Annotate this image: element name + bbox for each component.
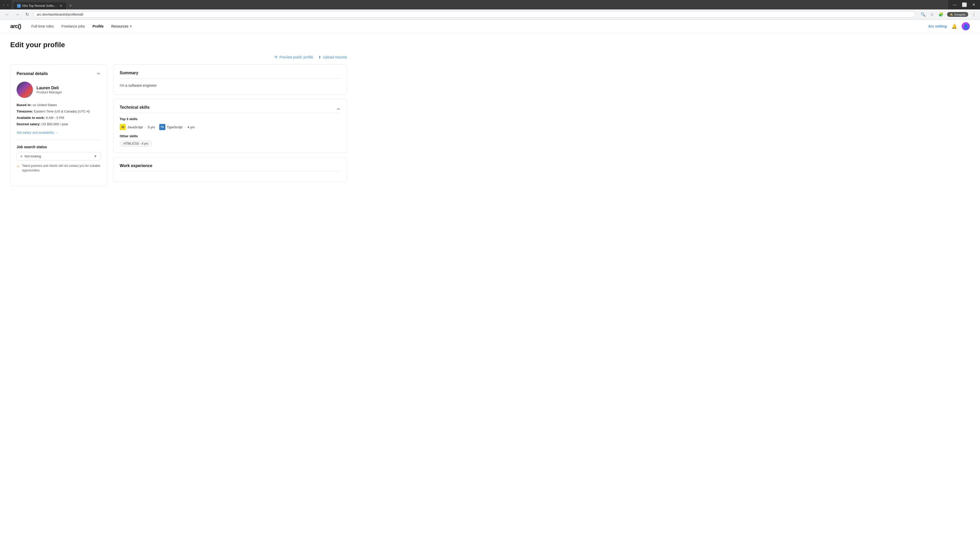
typescript-name: TypeScript xyxy=(167,125,183,129)
work-experience-panel: Work experience xyxy=(113,157,347,182)
set-salary-link[interactable]: Set salary and availability → xyxy=(17,130,59,135)
available-value: 8 AM - 5 PM xyxy=(46,116,64,120)
user-avatar-nav[interactable]: 👤 xyxy=(962,22,970,30)
personal-details-panel: Personal details ✏ Lauren Deli Product M… xyxy=(10,64,107,186)
arc-vetting-link[interactable]: Arc vetting xyxy=(928,24,947,28)
top-skills-row: JS JavaScript · 5 yrs TS TypeScript · 4 … xyxy=(120,124,341,130)
salary-label: Desired salary: xyxy=(17,122,40,126)
window-maximize-button[interactable]: ⬜ xyxy=(960,2,969,8)
user-job-title: Product Manager xyxy=(37,90,62,94)
nav-resources[interactable]: Resources ▼ xyxy=(111,24,132,28)
user-name: Lauren Deli xyxy=(37,86,62,90)
status-select[interactable]: Not looking ▼ xyxy=(17,152,101,160)
set-salary-label: Set salary and availability xyxy=(17,130,54,135)
status-value: Not looking xyxy=(24,154,41,158)
skill-dot-2: · xyxy=(185,125,186,129)
tab-nav-left-icon[interactable]: ‹ xyxy=(2,2,5,8)
browser-menu-button[interactable]: ⋮ xyxy=(971,11,977,18)
upload-resume-button[interactable]: ⬆ Upload resume xyxy=(318,55,347,59)
typescript-years: 4 yrs xyxy=(188,125,195,129)
profile-grid: Personal details ✏ Lauren Deli Product M… xyxy=(10,64,347,186)
warning-icon: ⚠ xyxy=(17,164,20,169)
summary-divider xyxy=(120,78,341,79)
upload-icon: ⬆ xyxy=(318,55,321,59)
status-dot-icon xyxy=(21,156,22,157)
work-experience-title: Work experience xyxy=(120,164,341,168)
skill-javascript: JS JavaScript · 5 yrs xyxy=(120,124,155,130)
address-bar-url: arc.dev/dashboard/d/profile/edit xyxy=(37,13,83,16)
divider-1 xyxy=(17,140,101,140)
other-skills-label: Other skills xyxy=(120,134,341,138)
preview-profile-button[interactable]: 👁 Preview public profile xyxy=(274,55,313,59)
preview-profile-label: Preview public profile xyxy=(280,55,313,59)
refresh-button[interactable]: ↻ xyxy=(24,11,31,18)
warning-text: Talent partners and clients will not con… xyxy=(22,164,101,173)
available-row: Available to work: 8 AM - 5 PM xyxy=(17,116,101,120)
job-search-section: Job search status Not looking ▼ ⚠ Talent… xyxy=(17,145,101,173)
summary-panel: Summary I'm a software engineer xyxy=(113,64,347,95)
window-minimize-button[interactable]: — xyxy=(951,2,958,8)
tab-close-icon[interactable]: ✕ xyxy=(59,4,62,8)
personal-details-title: Personal details xyxy=(17,71,48,76)
skill-html-css: HTML/CSS · 4 yrs xyxy=(120,141,152,147)
notification-bell-icon[interactable]: 🔔 xyxy=(951,24,957,29)
job-search-label: Job search status xyxy=(17,145,101,149)
personal-details-header: Personal details ✏ xyxy=(17,71,101,76)
incognito-icon: 🕵 xyxy=(950,13,953,16)
skills-edit-button[interactable]: ✏ xyxy=(336,106,341,112)
user-avatar xyxy=(17,82,33,98)
personal-details-edit-button[interactable]: ✏ xyxy=(97,71,101,76)
skills-panel-header: Technical skills ✏ xyxy=(120,105,341,113)
typescript-icon: TS xyxy=(159,124,165,130)
available-label: Available to work: xyxy=(17,116,45,120)
technical-skills-panel: Technical skills ✏ Top 3 skills JS JavaS… xyxy=(113,99,347,153)
nav-right: Arc vetting 🔔 👤 xyxy=(928,22,970,30)
skill-dot-1: · xyxy=(145,125,146,129)
based-in-value: us United States xyxy=(33,103,57,107)
incognito-badge[interactable]: 🕵 Incognito xyxy=(947,12,968,17)
eye-icon: 👁 xyxy=(274,55,278,59)
timezone-label: Timezone: xyxy=(17,110,33,113)
work-divider xyxy=(120,171,341,171)
based-in-row: Based in: us United States xyxy=(17,103,101,107)
page-title: Edit your profile xyxy=(10,41,347,49)
javascript-icon: JS xyxy=(120,124,126,130)
avatar-image: 👤 xyxy=(963,24,968,29)
main-content: Edit your profile 👁 Preview public profi… xyxy=(0,33,357,194)
browser-tab[interactable]: Hire Top Remote Software Dev... ✕ xyxy=(14,2,66,10)
right-panels: Summary I'm a software engineer Technica… xyxy=(113,64,347,186)
user-info: Lauren Deli Product Manager xyxy=(17,82,101,98)
nav-full-time-roles[interactable]: Full-time roles xyxy=(32,23,54,29)
nav-freelance-jobs[interactable]: Freelance jobs xyxy=(62,23,85,29)
extensions-icon-button[interactable]: 🧩 xyxy=(937,11,945,18)
bookmark-icon-button[interactable]: ☆ xyxy=(929,11,935,18)
top-skills-label: Top 3 skills xyxy=(120,117,341,121)
javascript-name: JavaScript xyxy=(127,125,143,129)
nav-resources-label: Resources xyxy=(111,24,128,28)
other-skills-row: HTML/CSS · 4 yrs xyxy=(120,141,341,147)
forward-button[interactable]: → xyxy=(13,11,21,18)
tab-label: Hire Top Remote Software Dev... xyxy=(22,4,58,8)
salary-value: US $50,000 / year xyxy=(41,122,68,126)
app-nav: arc() Full-time roles Freelance jobs Pro… xyxy=(0,20,980,33)
new-tab-button[interactable]: + xyxy=(67,2,74,10)
search-icon-button[interactable]: 🔍 xyxy=(920,11,927,18)
incognito-label: Incognito xyxy=(954,13,966,16)
profile-actions: 👁 Preview public profile ⬆ Upload resume xyxy=(10,55,347,59)
window-close-button[interactable]: ✕ xyxy=(970,2,977,8)
tab-nav-right-icon[interactable]: › xyxy=(6,2,10,8)
back-button[interactable]: ← xyxy=(3,11,11,18)
upload-resume-label: Upload resume xyxy=(323,55,347,59)
user-name-block: Lauren Deli Product Manager xyxy=(37,86,62,94)
salary-row: Desired salary: US $50,000 / year xyxy=(17,122,101,126)
address-bar[interactable]: arc.dev/dashboard/d/profile/edit xyxy=(33,11,915,17)
arrow-right-icon: → xyxy=(55,130,59,135)
avatar-image-display xyxy=(17,82,33,98)
summary-text: I'm a software engineer xyxy=(120,83,341,88)
app-logo[interactable]: arc() xyxy=(10,23,21,30)
status-select-inner: Not looking xyxy=(21,154,41,158)
warning-box: ⚠ Talent partners and clients will not c… xyxy=(17,164,101,173)
nav-profile[interactable]: Profile xyxy=(92,23,103,29)
skills-title: Technical skills xyxy=(120,105,150,110)
based-in-label: Based in: xyxy=(17,103,32,107)
